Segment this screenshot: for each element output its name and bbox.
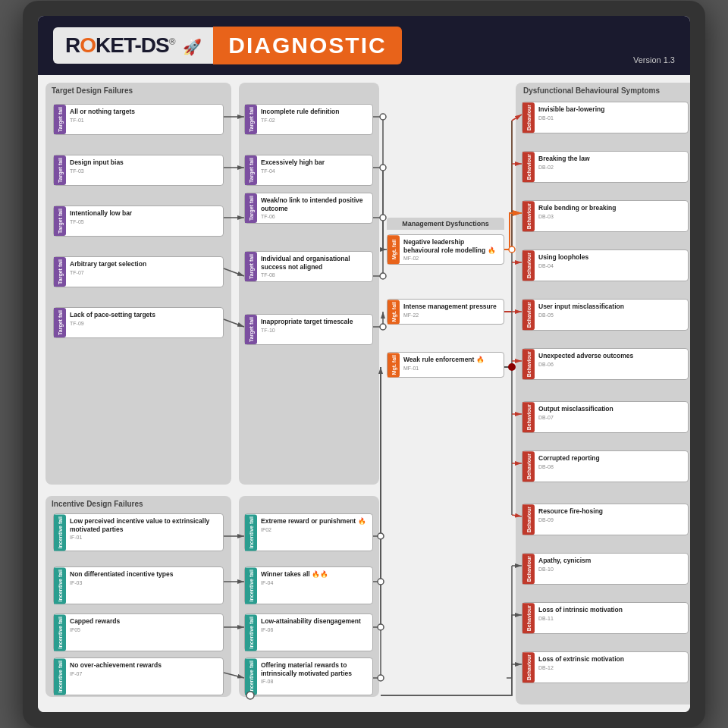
db06-code: DB-06	[538, 362, 684, 367]
db12-body: Loss of extrinsic motivation DB-12	[535, 652, 688, 682]
if04-label: Incentive fail	[245, 567, 257, 604]
tf08-code: TF-08	[261, 272, 369, 278]
node-db05: Behaviour User input misclassification D…	[522, 299, 689, 331]
db06-body: Unexpected adverse outcomes DB-06	[535, 349, 688, 379]
diagram-container: Target Design Failures Incentive Design …	[38, 75, 690, 712]
db07-code: DB-07	[538, 415, 684, 420]
node-db08: Behaviour Corrupted reporting DB-08	[522, 450, 689, 482]
mf01-body: Weak rule enforcement 🔥 MF-01	[400, 353, 504, 377]
node-db09: Behaviour Resource fire-hosing DB-09	[522, 504, 689, 535]
tf03-body: Design input bias TF-03	[66, 155, 223, 185]
node-if01: Incentive fail Low perceived incentive v…	[53, 513, 224, 551]
if05-body: Capped rewards IF05	[66, 614, 223, 651]
tf06-code: TF-06	[261, 214, 369, 219]
tf06-label: Target fail	[245, 193, 257, 223]
mf22-name: Intense management pressure	[403, 303, 500, 311]
node-tf03: Target fail Design input bias TF-03	[53, 155, 224, 186]
tf01-label: Target fail	[54, 105, 66, 134]
tf02-code: TF-02	[261, 118, 369, 123]
if07-label: Incentive fail	[54, 658, 66, 695]
db05-code: DB-05	[538, 312, 684, 318]
if02-name: Extreme reward or punishment 🔥	[261, 517, 369, 526]
mf01-name: Weak rule enforcement 🔥	[403, 356, 500, 364]
tf04-body: Excessively high bar TF-04	[257, 155, 372, 185]
node-db01: Behaviour Invisible bar-lowering DB-01	[522, 102, 689, 133]
behavior-section-title: Dysfunctional Behavioural Symptoms	[523, 86, 660, 95]
tf08-label: Target fail	[245, 252, 257, 281]
if03-label: Incentive fail	[54, 567, 66, 604]
if07-body: No over-achievement rewards IF-07	[66, 658, 223, 695]
db07-body: Output misclassification DB-07	[535, 402, 688, 432]
tf03-code: TF-03	[70, 168, 219, 174]
tf09-label: Target fail	[54, 308, 66, 337]
tf07-name: Arbitrary target selection	[70, 260, 219, 268]
tf01-code: TF-01	[70, 118, 219, 123]
svg-point-15	[380, 273, 386, 279]
if01-code: IF-01	[70, 535, 219, 540]
db07-name: Output misclassification	[538, 405, 684, 413]
if07-code: IF-07	[70, 671, 219, 676]
tf01-name: All or nothing targets	[70, 108, 219, 116]
version-text: Version 1.3	[633, 55, 675, 64]
if03-name: Non differentiated incentive types	[70, 570, 219, 579]
node-if08: Incentive fail Offering material rewards…	[244, 657, 373, 695]
node-tf09: Target fail Lack of pace-setting targets…	[53, 307, 224, 338]
if05-code: IF05	[70, 627, 219, 632]
tf06-body: Weak/no link to intended positive outcom…	[257, 193, 372, 223]
node-db10: Behaviour Apathy, cynicism DB-10	[522, 553, 689, 585]
node-tf07: Target fail Arbitrary target selection T…	[53, 256, 224, 287]
node-tf04: Target fail Excessively high bar TF-04	[244, 155, 373, 186]
node-db06: Behaviour Unexpected adverse outcomes DB…	[522, 348, 689, 380]
node-db11: Behaviour Loss of intrinsic motivation D…	[522, 602, 689, 634]
node-db07: Behaviour Output misclassification DB-07	[522, 401, 689, 433]
db06-label: Behaviour	[522, 349, 535, 379]
if01-name: Low perceived incentive value to extrins…	[70, 517, 219, 533]
tf05-name: Intentionally low bar	[70, 209, 219, 218]
if06-body: Low-attainability disengagement IF-06	[257, 614, 372, 651]
full-diagram: Target Design Failures Incentive Design …	[46, 83, 690, 704]
svg-point-33	[509, 246, 515, 253]
if03-body: Non differentiated incentive types IF-03	[66, 567, 223, 604]
node-tf10: Target fail Inappropriate target timesca…	[244, 314, 373, 345]
db10-body: Apathy, cynicism DB-10	[535, 554, 688, 584]
logo-right: DIAGNOSTIC	[213, 27, 401, 64]
tf08-name: Individual and organisational success no…	[261, 255, 369, 271]
node-tf02: Target fail Incomplete rule definition T…	[244, 104, 373, 135]
tf10-name: Inappropriate target timescale	[261, 318, 369, 326]
db04-label: Behaviour	[522, 250, 535, 281]
if02-body: Extreme reward or punishment 🔥 IF02	[257, 514, 372, 551]
if02-label: Incentive fail	[245, 514, 257, 551]
node-db02: Behaviour Breaking the law DB-02	[522, 151, 689, 183]
tablet-frame: ROKET-DS® 🚀 DIAGNOSTIC Version 1.3	[23, 1, 705, 727]
db01-body: Invisible bar-lowering DB-01	[535, 102, 688, 133]
node-if05: Incentive fail Capped rewards IF05	[53, 613, 224, 651]
mf02-code: MF-02	[403, 256, 500, 261]
node-tf05: Target fail Intentionally low bar TF-05	[53, 206, 224, 237]
node-if07: Incentive fail No over-achievement rewar…	[53, 657, 224, 695]
if06-name: Low-attainability disengagement	[261, 617, 369, 626]
tf05-label: Target fail	[54, 206, 66, 236]
mf02-name: Negative leadership behavioural role mod…	[403, 238, 500, 254]
db02-name: Breaking the law	[538, 155, 684, 163]
node-mf02: Mgt. fail Negative leadership behavioura…	[387, 234, 504, 265]
if08-code: IF-08	[261, 679, 369, 684]
tf03-label: Target fail	[54, 155, 66, 185]
tf02-label: Target fail	[245, 105, 257, 134]
node-mf22: Mgt. fail Intense management pressure MF…	[387, 299, 504, 325]
if01-label: Incentive fail	[54, 514, 66, 551]
db04-code: DB-04	[538, 263, 684, 268]
node-if02: Incentive fail Extreme reward or punishm…	[244, 513, 373, 551]
tf10-code: TF-10	[261, 328, 369, 333]
if08-body: Offering material rewards to intrinsical…	[257, 658, 372, 695]
tf09-name: Lack of pace-setting targets	[70, 311, 219, 319]
tf09-body: Lack of pace-setting targets TF-09	[66, 308, 223, 337]
tf05-body: Intentionally low bar TF-05	[66, 206, 223, 236]
db09-code: DB-09	[538, 517, 684, 522]
node-if03: Incentive fail Non differentiated incent…	[53, 566, 224, 604]
db08-body: Corrupted reporting DB-08	[535, 451, 688, 482]
tf10-label: Target fail	[245, 315, 257, 344]
middle-target-section-bg	[239, 83, 379, 485]
logo-text: ROKET-DS® 🚀	[65, 33, 201, 58]
db12-label: Behaviour	[522, 652, 535, 682]
svg-point-32	[508, 363, 516, 371]
